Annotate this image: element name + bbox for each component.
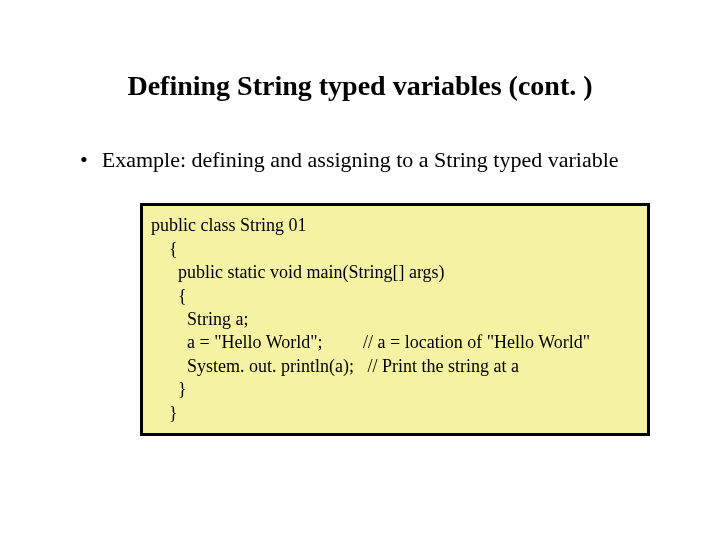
slide-title: Defining String typed variables (cont. ) xyxy=(50,70,670,102)
code-line: } xyxy=(151,378,637,401)
code-block: public class String 01 { public static v… xyxy=(140,203,650,436)
bullet-dot-icon: • xyxy=(80,147,88,173)
bullet-item: • Example: defining and assigning to a S… xyxy=(80,147,670,173)
code-line: public static void main(String[] args) xyxy=(151,261,637,284)
bullet-text: Example: defining and assigning to a Str… xyxy=(102,147,619,173)
code-line: a = "Hello World"; // a = location of "H… xyxy=(151,331,637,354)
code-line: } xyxy=(151,402,637,425)
code-line: System. out. println(a); // Print the st… xyxy=(151,355,637,378)
code-line: String a; xyxy=(151,308,637,331)
slide: Defining String typed variables (cont. )… xyxy=(0,0,720,540)
code-line: { xyxy=(151,238,637,261)
code-line: public class String 01 xyxy=(151,214,637,237)
code-line: { xyxy=(151,285,637,308)
